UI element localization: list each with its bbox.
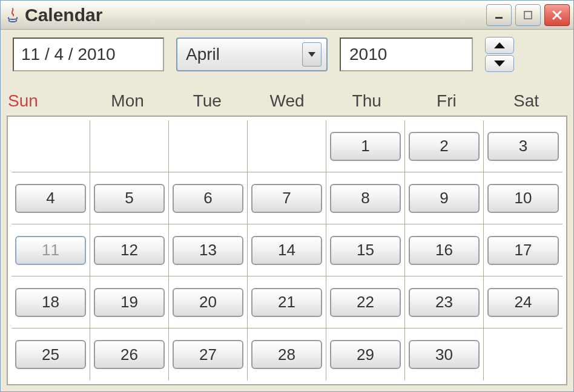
day-button-15[interactable]: 15: [330, 236, 401, 265]
day-button-28[interactable]: 28: [251, 340, 322, 369]
window-controls: [486, 4, 570, 26]
svg-marker-5: [494, 42, 505, 48]
day-cell: 26: [90, 328, 169, 381]
day-header-tue: Tue: [167, 89, 247, 113]
day-button-7[interactable]: 7: [251, 184, 322, 213]
day-cell: 27: [169, 328, 248, 381]
day-cell: 19: [90, 276, 169, 328]
day-cell: 6: [169, 172, 248, 224]
day-cell: 29: [326, 328, 405, 381]
day-button-18[interactable]: 18: [15, 288, 86, 317]
day-cell: 5: [90, 172, 169, 224]
day-button-16[interactable]: 16: [409, 236, 480, 265]
day-cell: 10: [484, 172, 562, 224]
day-button-24[interactable]: 24: [487, 288, 559, 317]
java-icon: [5, 8, 20, 22]
day-cell: 4: [12, 172, 90, 224]
day-button-14[interactable]: 14: [251, 236, 322, 265]
day-cell: [484, 328, 562, 381]
day-button-22[interactable]: 22: [330, 288, 401, 317]
day-button-1[interactable]: 1: [330, 132, 401, 161]
content-area: April: [1, 30, 573, 391]
day-header-mon: Mon: [88, 89, 168, 113]
day-cell: 24: [484, 276, 562, 328]
day-cell: 18: [12, 276, 90, 328]
day-header-fri: Fri: [407, 89, 487, 113]
day-button-13[interactable]: 13: [173, 236, 243, 265]
day-cell: [248, 120, 326, 172]
year-up-button[interactable]: [485, 37, 514, 54]
day-cell: [169, 120, 248, 172]
minimize-button[interactable]: [486, 4, 512, 26]
day-button-17[interactable]: 17: [487, 236, 559, 265]
year-down-button[interactable]: [485, 55, 514, 72]
day-button-19[interactable]: 19: [94, 288, 165, 317]
day-button-2[interactable]: 2: [409, 132, 480, 161]
day-button-20[interactable]: 20: [173, 288, 243, 317]
day-cell: 2: [405, 120, 484, 172]
day-cell: 23: [405, 276, 484, 328]
day-button-30[interactable]: 30: [409, 340, 480, 369]
day-cell: 30: [405, 328, 484, 381]
titlebar: Calendar: [1, 1, 573, 30]
controls-row: April: [7, 37, 567, 72]
day-cell: 13: [169, 224, 248, 276]
year-spinner: [485, 37, 514, 72]
triangle-down-icon: [493, 59, 506, 68]
day-cell: 25: [12, 328, 90, 381]
day-cell: 17: [484, 224, 562, 276]
close-button[interactable]: [544, 4, 570, 26]
month-dropdown[interactable]: April: [176, 38, 328, 71]
calendar-grid-container: 1234567891011121314151617181920212223242…: [7, 116, 567, 385]
day-button-10[interactable]: 10: [487, 184, 559, 213]
day-cell: 8: [326, 172, 405, 224]
day-button-8[interactable]: 8: [330, 184, 401, 213]
day-cell: 11: [12, 224, 90, 276]
dropdown-toggle[interactable]: [302, 42, 322, 67]
day-cell: 15: [326, 224, 405, 276]
maximize-icon: [523, 10, 533, 21]
day-cell: [90, 120, 169, 172]
chevron-down-icon: [308, 51, 316, 57]
day-header-wed: Wed: [247, 89, 327, 113]
svg-marker-4: [308, 52, 315, 57]
day-cell: 3: [484, 120, 562, 172]
day-cell: 20: [169, 276, 248, 328]
day-cell: 12: [90, 224, 169, 276]
day-button-12[interactable]: 12: [94, 236, 165, 265]
day-cell: 9: [405, 172, 484, 224]
close-icon: [551, 9, 563, 21]
svg-marker-6: [494, 60, 505, 67]
day-cell: [12, 120, 90, 172]
day-cell: 22: [326, 276, 405, 328]
day-button-6[interactable]: 6: [173, 184, 243, 213]
day-cell: 21: [248, 276, 326, 328]
day-header-sun: Sun: [8, 89, 88, 113]
day-header-sat: Sat: [486, 89, 566, 113]
window-title: Calendar: [25, 5, 486, 25]
svg-rect-0: [495, 17, 503, 19]
day-button-5[interactable]: 5: [94, 184, 165, 213]
year-field[interactable]: [340, 38, 473, 71]
day-button-25[interactable]: 25: [15, 340, 86, 369]
svg-rect-1: [524, 11, 532, 19]
day-button-29[interactable]: 29: [330, 340, 401, 369]
date-field[interactable]: [13, 38, 164, 71]
day-button-9[interactable]: 9: [409, 184, 480, 213]
minimize-icon: [493, 10, 504, 21]
day-button-21[interactable]: 21: [251, 288, 322, 317]
day-button-23[interactable]: 23: [409, 288, 480, 317]
maximize-button[interactable]: [515, 4, 541, 26]
day-headers: Sun Mon Tue Wed Thu Fri Sat: [7, 89, 567, 113]
day-button-26[interactable]: 26: [94, 340, 165, 369]
day-button-4[interactable]: 4: [15, 184, 86, 213]
day-cell: 1: [326, 120, 405, 172]
day-button-3[interactable]: 3: [487, 132, 559, 161]
day-button-11[interactable]: 11: [15, 236, 86, 265]
day-cell: 16: [405, 224, 484, 276]
calendar-grid: 1234567891011121314151617181920212223242…: [12, 120, 562, 381]
day-header-thu: Thu: [327, 89, 407, 113]
day-cell: 14: [248, 224, 326, 276]
day-cell: 7: [248, 172, 326, 224]
day-button-27[interactable]: 27: [173, 340, 243, 369]
